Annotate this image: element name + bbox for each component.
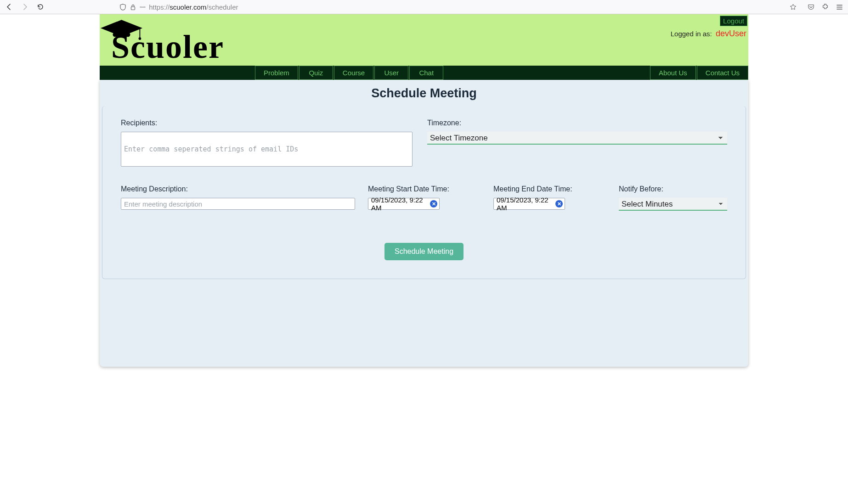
url-text: https://scuoler.com/scheduler <box>149 3 238 11</box>
schedule-meeting-button[interactable]: Schedule Meeting <box>384 243 464 260</box>
main-nav: Problem Quiz Course User Chat About Us C… <box>100 66 748 80</box>
clear-end-icon[interactable]: ✕ <box>555 200 563 207</box>
nav-user[interactable]: User <box>374 66 408 80</box>
content-area: Schedule Meeting Recipients: Timezone: S… <box>100 80 748 367</box>
nav-contact[interactable]: Contact Us <box>697 66 748 80</box>
recipients-label: Recipients: <box>121 119 413 127</box>
end-datetime-label: Meeting End Date Time: <box>493 185 606 193</box>
reload-button[interactable] <box>36 2 45 11</box>
schedule-form: Recipients: Timezone: Select Timezone Me… <box>102 106 746 279</box>
shield-icon <box>119 4 126 11</box>
site-header: Scuoler Logout Logged in as: devUser <box>100 14 748 66</box>
browser-toolbar: ◦–◦ https://scuoler.com/scheduler <box>0 0 848 14</box>
start-datetime-input[interactable]: 09/15/2023, 9:22 AM ✕ <box>368 198 440 210</box>
nav-course[interactable]: Course <box>334 66 373 80</box>
current-user: devUser <box>716 29 746 38</box>
description-label: Meeting Description: <box>121 185 355 193</box>
url-bar[interactable]: ◦–◦ https://scuoler.com/scheduler <box>116 1 801 13</box>
notify-label: Notify Before: <box>619 185 727 193</box>
description-input[interactable] <box>121 198 355 210</box>
svg-point-4 <box>139 37 141 40</box>
svg-rect-2 <box>113 33 130 37</box>
timezone-label: Timezone: <box>427 119 727 127</box>
pocket-icon[interactable] <box>807 3 815 11</box>
recipients-input[interactable] <box>121 132 413 167</box>
timezone-select[interactable]: Select Timezone <box>427 132 727 145</box>
start-datetime-label: Meeting Start Date Time: <box>368 185 481 193</box>
nav-about[interactable]: About Us <box>650 66 696 80</box>
menu-icon[interactable] <box>836 3 843 11</box>
clear-start-icon[interactable]: ✕ <box>430 200 437 207</box>
forward-button[interactable] <box>20 2 29 11</box>
permissions-icon: ◦–◦ <box>140 4 145 10</box>
logged-in-status: Logged in as: devUser <box>671 29 746 39</box>
nav-chat[interactable]: Chat <box>409 66 443 80</box>
graduation-cap-icon <box>100 17 143 45</box>
notify-select[interactable]: Select Minutes <box>619 198 727 211</box>
page-title: Schedule Meeting <box>100 80 748 106</box>
nav-problem[interactable]: Problem <box>255 66 298 80</box>
svg-rect-0 <box>131 6 135 10</box>
back-button[interactable] <box>5 2 14 11</box>
lock-icon <box>130 4 136 11</box>
brand-logo[interactable]: Scuoler <box>100 14 224 66</box>
logout-button[interactable]: Logout <box>720 16 747 26</box>
extensions-icon[interactable] <box>821 3 829 11</box>
nav-quiz[interactable]: Quiz <box>299 66 333 80</box>
end-datetime-input[interactable]: 09/15/2023, 9:22 AM ✕ <box>493 198 565 210</box>
bookmark-star-icon[interactable] <box>789 3 797 11</box>
